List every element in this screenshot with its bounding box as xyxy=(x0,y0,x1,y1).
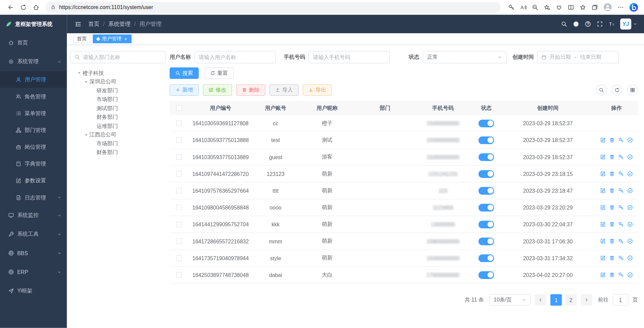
tree-node-深圳总公司[interactable]: 深圳总公司 xyxy=(70,78,165,86)
user-avatar[interactable]: YJ xyxy=(620,18,631,30)
edit-action-icon[interactable] xyxy=(600,272,606,278)
next-page-button[interactable] xyxy=(581,294,592,306)
tool-grid-icon[interactable] xyxy=(627,85,638,95)
delete-button[interactable]: 删除 xyxy=(236,84,265,96)
back-icon[interactable] xyxy=(7,4,14,11)
assign-role-icon[interactable] xyxy=(627,255,633,261)
sidebar-item-角色管理[interactable]: 角色管理 xyxy=(0,88,67,105)
more-icon[interactable] xyxy=(617,4,624,11)
tree-node-测试部门[interactable]: 测试部门 xyxy=(70,104,165,113)
assign-role-icon[interactable] xyxy=(627,222,633,227)
page-2[interactable]: 2 xyxy=(565,294,577,306)
sidebar-item-参数设置[interactable]: 参数设置 xyxy=(0,172,67,189)
status-toggle[interactable] xyxy=(479,221,494,228)
sidebar-item-用户管理[interactable]: 用户管理 xyxy=(0,71,67,88)
status-toggle[interactable] xyxy=(479,170,494,178)
export-button[interactable]: 导出 xyxy=(303,84,332,96)
reset-password-icon[interactable] xyxy=(618,171,624,177)
search-button[interactable]: 搜索 xyxy=(169,67,199,79)
edit-action-icon[interactable] xyxy=(600,255,606,261)
edit-action-icon[interactable] xyxy=(600,188,606,193)
delete-action-icon[interactable] xyxy=(609,154,615,160)
sidebar-item-BBS[interactable]: BBS xyxy=(0,244,67,263)
assign-role-icon[interactable] xyxy=(627,137,633,143)
status-toggle[interactable] xyxy=(479,153,494,161)
edit-action-icon[interactable] xyxy=(600,171,606,177)
phone-input[interactable] xyxy=(308,51,390,63)
edit-button[interactable]: 修改 xyxy=(203,84,232,96)
sidebar-item-系统工具[interactable]: 系统工具 xyxy=(0,225,67,243)
reset-password-icon[interactable] xyxy=(618,272,624,278)
breadcrumb-item[interactable]: 首页 xyxy=(88,20,99,28)
sidebar-item-岗位管理[interactable]: 岗位管理 xyxy=(0,138,67,155)
tree-node-研发部门[interactable]: 研发部门 xyxy=(70,86,165,95)
reset-password-icon[interactable] xyxy=(618,238,624,244)
copilot-icon[interactable] xyxy=(629,3,638,12)
search-icon[interactable] xyxy=(561,21,567,27)
tab-首页[interactable]: 首页 xyxy=(73,35,90,43)
row-checkbox[interactable] xyxy=(176,121,182,126)
delete-action-icon[interactable] xyxy=(609,204,615,210)
status-toggle[interactable] xyxy=(479,136,494,144)
sidebar-item-日志管理[interactable]: 日志管理 xyxy=(0,189,67,206)
delete-action-icon[interactable] xyxy=(609,188,615,193)
status-toggle[interactable] xyxy=(479,237,494,245)
sidebar-item-系统监控[interactable]: 系统监控 xyxy=(0,206,67,225)
status-toggle[interactable] xyxy=(479,203,494,211)
tree-node-市场部门[interactable]: 市场部门 xyxy=(70,95,165,104)
row-checkbox[interactable] xyxy=(176,255,182,261)
delete-action-icon[interactable] xyxy=(609,222,615,227)
sidebar-fold-icon[interactable] xyxy=(75,21,82,28)
tree-node-市场部门[interactable]: 市场部门 xyxy=(70,139,165,148)
reset-password-icon[interactable] xyxy=(618,204,624,210)
assign-role-icon[interactable] xyxy=(627,154,633,160)
import-button[interactable]: 导入 xyxy=(269,84,299,96)
avatar-caret-icon[interactable] xyxy=(633,22,637,26)
breadcrumb-item[interactable]: 系统管理 xyxy=(108,20,131,28)
assign-role-icon[interactable] xyxy=(627,204,633,210)
reset-password-icon[interactable] xyxy=(618,188,624,193)
favorites-icon[interactable] xyxy=(580,4,586,11)
tool-search-icon[interactable] xyxy=(596,85,607,95)
reset-button[interactable]: 重置 xyxy=(204,67,234,79)
edit-action-icon[interactable] xyxy=(600,204,606,210)
tab-用户管理[interactable]: 用户管理 xyxy=(93,35,132,43)
row-checkbox[interactable] xyxy=(176,171,182,177)
tree-node-橙子科技[interactable]: 橙子科技 xyxy=(70,68,165,77)
help-icon[interactable] xyxy=(585,21,591,27)
reset-password-icon[interactable] xyxy=(618,255,624,261)
tree-node-财务部门[interactable]: 财务部门 xyxy=(70,113,165,122)
row-checkbox[interactable] xyxy=(176,222,182,227)
sidebar-item-首页[interactable]: 首页 xyxy=(0,33,67,52)
prev-page-button[interactable] xyxy=(535,294,546,306)
edit-action-icon[interactable] xyxy=(600,238,606,244)
date-range-picker[interactable]: 开始日期 - 结束日期 xyxy=(537,51,618,63)
status-toggle[interactable] xyxy=(479,271,494,279)
github-icon[interactable] xyxy=(573,21,579,27)
reset-password-icon[interactable] xyxy=(618,222,624,227)
edit-action-icon[interactable] xyxy=(600,154,606,160)
delete-action-icon[interactable] xyxy=(609,137,615,143)
add-button[interactable]: 新增 xyxy=(169,84,199,96)
tool-refresh-icon[interactable] xyxy=(611,85,622,95)
delete-action-icon[interactable] xyxy=(609,272,615,278)
caret-down-icon[interactable] xyxy=(83,133,90,137)
close-icon[interactable] xyxy=(123,37,128,41)
zoom-out-icon[interactable] xyxy=(532,4,539,11)
username-input[interactable] xyxy=(194,51,276,63)
edit-action-icon[interactable] xyxy=(600,222,606,227)
edit-action-icon[interactable] xyxy=(600,137,606,143)
row-checkbox[interactable] xyxy=(176,154,182,160)
row-checkbox[interactable] xyxy=(176,238,182,244)
collections-icon[interactable] xyxy=(591,4,598,11)
delete-action-icon[interactable] xyxy=(609,255,615,261)
assign-role-icon[interactable] xyxy=(627,272,633,278)
tree-node-运维部门[interactable]: 运维部门 xyxy=(70,122,165,130)
profile-avatar-icon[interactable] xyxy=(603,3,612,12)
status-toggle[interactable] xyxy=(479,254,494,262)
reset-password-icon[interactable] xyxy=(618,137,624,143)
sidebar-item-Yi框架[interactable]: Yi框架 xyxy=(0,281,67,300)
font-size-icon[interactable]: TT xyxy=(609,21,615,27)
status-select[interactable]: 正常 xyxy=(423,51,507,63)
sidebar-item-ERP[interactable]: ERP xyxy=(0,263,67,281)
